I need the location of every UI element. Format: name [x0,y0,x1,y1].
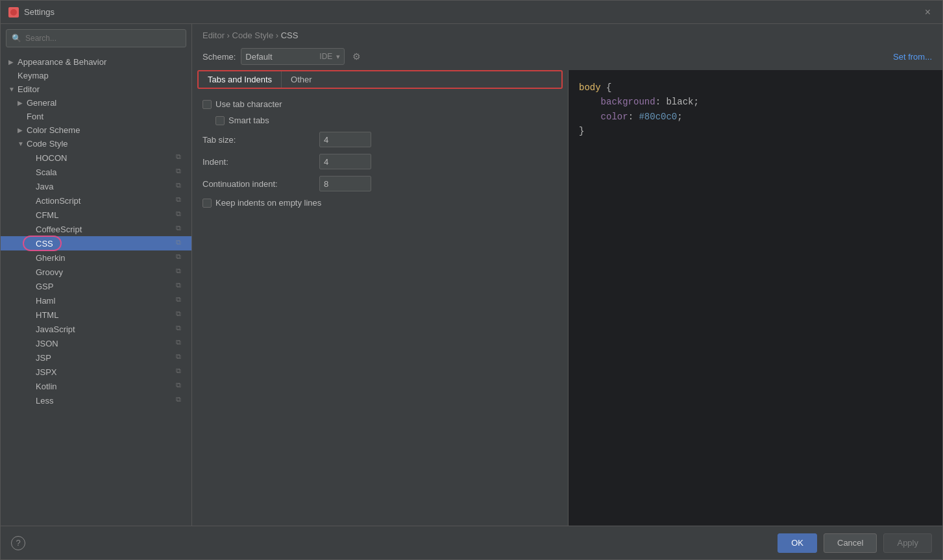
sidebar-item-label-editor: Editor [18,84,186,94]
doc-icon-java: ⧉ [176,181,186,191]
use-tab-character-checkbox[interactable]: Use tab character [202,99,282,109]
sidebar-item-label-actionscript: ActionScript [36,196,173,206]
sidebar-item-kotlin[interactable]: Kotlin⧉ [1,379,191,393]
doc-icon-groovy: ⧉ [176,267,186,277]
sidebar-item-label-keymap: Keymap [18,71,186,80]
smart-tabs-cb [215,116,225,125]
breadcrumb-separator: › [225,30,232,40]
keep-indents-checkbox[interactable]: Keep indents on empty lines [202,198,321,208]
code-colon: : [628,112,639,122]
sidebar-item-appearance[interactable]: ▶Appearance & Behavior [1,55,191,69]
gear-icon[interactable]: ⚙ [349,50,365,63]
sidebar-item-html[interactable]: HTML⧉ [1,308,191,322]
window-title: Settings [24,7,921,17]
sidebar-item-label-coffeescript: CoffeeScript [36,225,173,234]
doc-icon-gsp: ⧉ [176,281,186,291]
help-icon: ? [16,538,20,548]
sidebar-item-label-gherkin: Gherkin [36,253,173,263]
tab-size-input[interactable] [319,132,371,147]
sidebar-item-css[interactable]: CSS⧉ [1,236,191,250]
sidebar-item-haml[interactable]: Haml⧉ [1,293,191,308]
sidebar-item-javascript[interactable]: JavaScript⧉ [1,322,191,336]
sidebar-item-label-code-style: Code Style [27,139,186,149]
doc-icon-gherkin: ⧉ [176,252,186,263]
sidebar-item-label-cfml: CFML [36,210,173,220]
close-button[interactable]: × [921,5,935,19]
sidebar-item-jsp[interactable]: JSP⧉ [1,350,191,365]
sidebar-item-groovy[interactable]: Groovy⧉ [1,265,191,279]
sidebar-item-jspx[interactable]: JSPX⧉ [1,365,191,379]
indent-input[interactable] [319,154,371,169]
app-icon [8,7,19,18]
sidebar-item-label-javascript: JavaScript [36,324,173,334]
settings-content: Use tab character Smart tabs T [192,94,568,526]
code-property: background [579,97,655,107]
sidebar-item-label-java: Java [36,182,173,191]
tab-tabs-indents[interactable]: Tabs and Indents [199,71,282,88]
sidebar-item-font[interactable]: Font [1,110,191,123]
search-input[interactable] [25,34,180,43]
sidebar-item-gherkin[interactable]: Gherkin⧉ [1,250,191,265]
scheme-label: Scheme: [202,52,236,62]
doc-icon-jspx: ⧉ [176,367,186,377]
sidebar-item-label-css: CSS [36,239,173,249]
tree-arrow-editor: ▼ [8,86,18,93]
breadcrumb-separator: › [273,30,281,40]
doc-icon-coffeescript: ⧉ [176,224,186,234]
sidebar-item-label-kotlin: Kotlin [36,382,173,391]
sidebar-item-hocon[interactable]: HOCON⧉ [1,151,191,165]
sidebar-item-label-json: JSON [36,339,173,348]
breadcrumb: Editor › Code Style › CSS [192,24,942,45]
code-property: color [579,112,628,122]
sidebar: 🔍 ▶Appearance & BehaviorKeymap▼Editor▶Ge… [1,24,192,526]
sidebar-item-color-scheme[interactable]: ▶Color Scheme [1,123,191,137]
doc-icon-jsp: ⧉ [176,352,186,363]
smart-tabs-row: Smart tabs [202,116,557,125]
sidebar-item-label-groovy: Groovy [36,267,173,277]
sidebar-item-coffeescript[interactable]: CoffeeScript⧉ [1,222,191,236]
sidebar-item-scala[interactable]: Scala⧉ [1,165,191,179]
keep-indents-label: Keep indents on empty lines [215,198,321,208]
doc-icon-cfml: ⧉ [176,210,186,220]
continuation-indent-input[interactable] [319,176,371,191]
sidebar-item-label-gsp: GSP [36,282,173,291]
doc-icon-less: ⧉ [176,395,186,406]
sidebar-item-keymap[interactable]: Keymap [1,69,191,82]
sidebar-item-label-jspx: JSPX [36,367,173,377]
dialog-body: 🔍 ▶Appearance & BehaviorKeymap▼Editor▶Ge… [1,24,942,526]
tab-other[interactable]: Other [282,71,322,88]
code-value-plain: black [666,97,693,107]
sidebar-item-code-style[interactable]: ▼Code Style [1,137,191,151]
code-line: } [579,124,932,138]
doc-icon-hocon: ⧉ [176,152,186,163]
smart-tabs-checkbox[interactable]: Smart tabs [202,116,269,125]
sidebar-item-general[interactable]: ▶General [1,96,191,110]
scheme-dropdown[interactable]: Default IDE ▾ [241,48,345,65]
use-tab-character-row: Use tab character [202,99,557,109]
ok-button[interactable]: OK [778,533,817,553]
sidebar-item-json[interactable]: JSON⧉ [1,336,191,350]
tabs-bar: Tabs and IndentsOther [197,70,563,89]
sidebar-item-cfml[interactable]: CFML⧉ [1,208,191,222]
cancel-button[interactable]: Cancel [824,533,877,553]
doc-icon-kotlin: ⧉ [176,381,186,391]
code-semicolon: ; [677,112,682,122]
sidebar-item-java[interactable]: Java⧉ [1,179,191,193]
sidebar-item-less[interactable]: Less⧉ [1,393,191,408]
set-from-link[interactable]: Set from... [893,52,932,62]
search-icon: 🔍 [12,34,21,43]
tab-size-row: Tab size: [202,132,557,147]
help-button[interactable]: ? [11,536,25,550]
continuation-indent-row: Continuation indent: [202,176,557,191]
sidebar-item-label-haml: Haml [36,296,173,306]
sidebar-item-actionscript[interactable]: ActionScript⧉ [1,193,191,208]
apply-button[interactable]: Apply [883,533,932,553]
breadcrumb-part-0: Editor [202,30,225,40]
code-brace: } [579,126,584,136]
code-value-color: #80c0c0 [639,112,677,122]
tree-arrow-appearance: ▶ [8,58,18,66]
sidebar-item-gsp[interactable]: GSP⧉ [1,279,191,293]
sidebar-item-label-less: Less [36,396,173,406]
search-box[interactable]: 🔍 [6,29,186,47]
sidebar-item-editor[interactable]: ▼Editor [1,82,191,96]
